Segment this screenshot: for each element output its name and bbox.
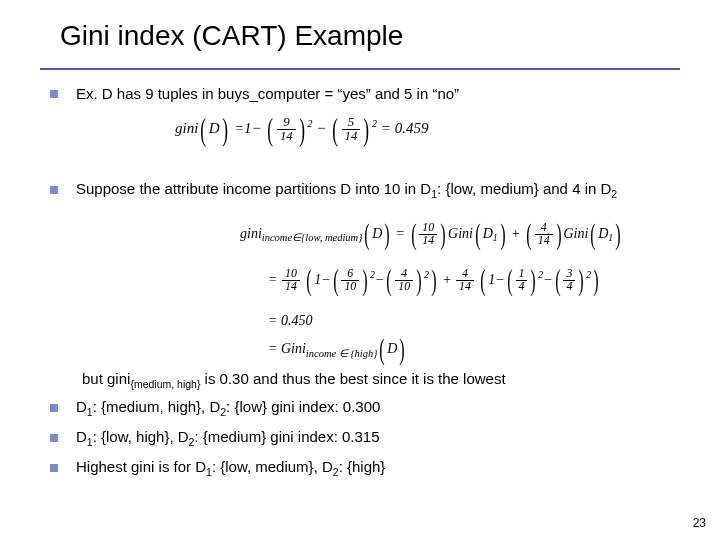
equation-gini-D: gini(D) =1− (914)2 − (514)2 = 0.459: [175, 116, 428, 143]
bullet-icon: [50, 464, 58, 472]
bullet-3-text: D1: {medium, high}, D2: {low} gini index…: [76, 398, 685, 418]
equation-result: = 0.450: [268, 314, 312, 329]
slide: Gini index (CART) Example Ex. D has 9 tu…: [0, 0, 720, 540]
equation-gini-income-high: = Giniincome ∈ {high}(D): [268, 338, 407, 362]
bullet-4-text: D1: {low, high}, D2: {medium} gini index…: [76, 428, 685, 448]
page-number: 23: [693, 516, 706, 530]
equation-expansion: = 1014 (1−(610)2−(410)2) + 414 (1−(14)2−…: [268, 268, 601, 293]
bullet-icon: [50, 90, 58, 98]
equation-gini-income: giniincome∈{low, medium}(D) = (1014)Gini…: [240, 222, 623, 247]
bullet-icon: [50, 404, 58, 412]
bullet-icon: [50, 434, 58, 442]
content-area: Ex. D has 9 tuples in buys_computer = “y…: [50, 84, 685, 114]
bullet-1-text: Ex. D has 9 tuples in buys_computer = “y…: [76, 84, 685, 104]
bullet-5: Highest gini is for D1: {low, medium}, D…: [50, 458, 685, 478]
title-underline: [40, 68, 680, 70]
lower-bullets: D1: {medium, high}, D2: {low} gini index…: [50, 398, 685, 488]
bullet-icon: [50, 186, 58, 194]
bullet-2-text: Suppose the attribute income partitions …: [76, 180, 685, 200]
but-gini-line: but gini{medium, high} is 0.30 and thus …: [82, 370, 692, 390]
slide-title: Gini index (CART) Example: [60, 20, 403, 52]
bullet-2: Suppose the attribute income partitions …: [50, 180, 685, 210]
bullet-4: D1: {low, high}, D2: {medium} gini index…: [50, 428, 685, 448]
bullet-3: D1: {medium, high}, D2: {low} gini index…: [50, 398, 685, 418]
bullet-5-text: Highest gini is for D1: {low, medium}, D…: [76, 458, 685, 478]
bullet-1: Ex. D has 9 tuples in buys_computer = “y…: [50, 84, 685, 104]
